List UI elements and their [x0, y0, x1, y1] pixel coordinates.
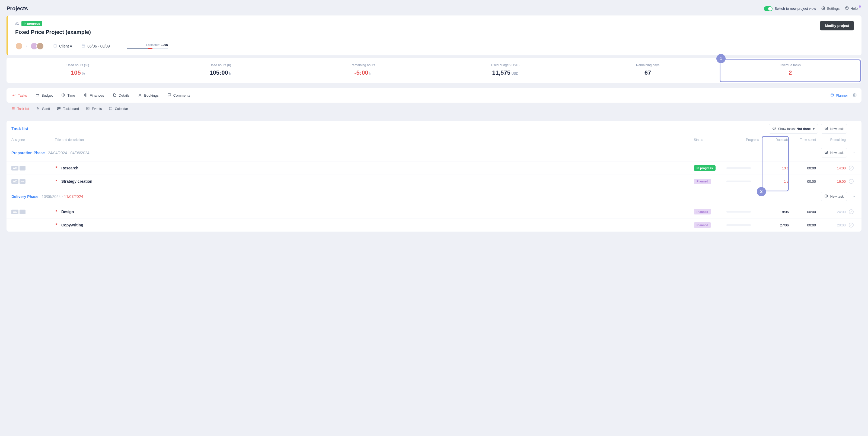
- stat-item: Used budget (USD) 11,575USD: [434, 58, 577, 83]
- events-icon: [86, 107, 90, 111]
- stat-item: Overdue tasks 2 1: [719, 58, 862, 83]
- estimated-hours: Estimated: 100h: [127, 43, 168, 49]
- chevron-down-icon: ▾: [813, 127, 814, 131]
- svg-rect-26: [59, 107, 59, 109]
- phase-row[interactable]: Preparation Phase 24/04/2024 - 04/06/202…: [6, 144, 862, 161]
- tab-finances[interactable]: Finances: [83, 88, 105, 103]
- svg-rect-30: [109, 107, 112, 110]
- progress-bar: [726, 180, 759, 182]
- svg-rect-12: [36, 94, 39, 96]
- flag-icon: [55, 223, 59, 228]
- modify-project-button[interactable]: Modify project: [820, 21, 854, 30]
- phase-row[interactable]: Delivery Phase 10/06/2024 - 11/07/2024 N…: [6, 188, 862, 205]
- subtab-calendar[interactable]: Calendar: [109, 107, 128, 111]
- stat-item: Used hours (%) 105%: [6, 58, 149, 83]
- planner-link[interactable]: Planner: [830, 93, 848, 98]
- stats-row: Used hours (%) 105% Used hours (h) 105:0…: [6, 58, 862, 83]
- main-tabs: Tasks Budget Time Finances Details Booki…: [6, 88, 862, 103]
- sub-tabs: Task list Gantt Task board Events Calend…: [6, 103, 862, 115]
- assignee-cell[interactable]: AC ⋯: [11, 210, 55, 214]
- tab-tasks[interactable]: Tasks: [11, 88, 27, 103]
- money-icon: [84, 93, 88, 98]
- page-title: Projects: [6, 5, 28, 12]
- gear-icon: [822, 6, 825, 11]
- callout-number: 2: [757, 187, 766, 196]
- project-header-card: #1 In progress Fixed Price Project (exam…: [6, 16, 862, 55]
- mark-done-button[interactable]: ✓: [846, 209, 857, 214]
- settings-link[interactable]: Settings: [822, 6, 839, 11]
- mark-done-button[interactable]: ✓: [846, 223, 857, 228]
- topbar: Projects Switch to new project view Sett…: [6, 3, 862, 16]
- tab-comments[interactable]: Comments: [167, 88, 191, 103]
- building-icon: [53, 44, 57, 49]
- more-assignees-icon: ⋯: [20, 179, 26, 184]
- task-row[interactable]: AC ⋯ Research In progress 13 d 00:00 14:…: [6, 161, 862, 175]
- list-icon: [11, 107, 15, 111]
- more-button[interactable]: ⋯: [850, 149, 857, 156]
- toggle-on-icon: [764, 6, 773, 11]
- more-button[interactable]: ⋯: [850, 193, 857, 200]
- stat-item: Remaining days 67: [577, 58, 719, 83]
- svg-rect-3: [54, 44, 56, 47]
- stat-item: Remaining hours -5:00h: [291, 58, 434, 83]
- mark-done-button[interactable]: ✓: [846, 166, 857, 171]
- gantt-icon: [36, 107, 40, 111]
- help-link[interactable]: Help: [845, 6, 862, 11]
- avatar: [15, 42, 23, 50]
- subtab-events[interactable]: Events: [86, 107, 102, 111]
- progress-bar: [726, 224, 759, 226]
- tab-bookings[interactable]: Bookings: [137, 88, 159, 103]
- more-assignees-icon: ⋯: [20, 166, 26, 171]
- flag-icon: [55, 210, 59, 214]
- planner-icon: [830, 93, 834, 98]
- plus-icon: [824, 150, 828, 155]
- project-title: Fixed Price Project (example): [15, 29, 91, 35]
- new-task-button[interactable]: New task: [821, 148, 847, 157]
- stat-item: Used hours (h) 105:00h: [149, 58, 291, 83]
- svg-point-18: [854, 94, 855, 95]
- tab-time[interactable]: Time: [61, 88, 75, 103]
- task-list-panel: Task list Show tasks: Not done ▾ New tas…: [6, 121, 862, 232]
- more-button[interactable]: ⋯: [850, 125, 857, 133]
- project-dates[interactable]: 06/06 - 08/09: [82, 44, 110, 49]
- filter-tasks-dropdown[interactable]: Show tasks: Not done ▾: [769, 124, 818, 134]
- check-icon: [12, 93, 16, 98]
- more-assignees-icon: ⋯: [20, 210, 26, 214]
- client-name[interactable]: Client A: [53, 44, 72, 49]
- tab-details[interactable]: Details: [112, 88, 130, 103]
- calendar-icon: [82, 44, 85, 49]
- svg-point-0: [823, 8, 824, 9]
- subtab-task-list[interactable]: Task list: [11, 107, 29, 111]
- subtab-task-board[interactable]: Task board: [57, 107, 79, 111]
- project-id: #1: [15, 22, 19, 26]
- svg-rect-27: [60, 107, 60, 109]
- task-row[interactable]: AC ⋯ Strategy creation Planned 1 d 00:00…: [6, 175, 862, 188]
- svg-point-29: [88, 108, 88, 109]
- progress-bar: [726, 211, 759, 212]
- tab-settings-button[interactable]: [853, 93, 857, 98]
- assignee-cell[interactable]: AC ⋯: [11, 166, 55, 171]
- chevron-right-icon: ›: [26, 44, 27, 48]
- svg-rect-8: [82, 45, 85, 47]
- mark-done-button[interactable]: ✓: [846, 179, 857, 184]
- assignee-cell[interactable]: AC ⋯: [11, 179, 55, 184]
- switch-view-toggle[interactable]: Switch to new project view: [764, 6, 816, 11]
- svg-line-33: [773, 127, 775, 129]
- user-icon: [138, 93, 142, 98]
- tab-budget[interactable]: Budget: [35, 88, 53, 103]
- task-row[interactable]: AC ⋯ Design Planned 18/06 00:00 24:00 ✓: [6, 205, 862, 218]
- flag-icon: [55, 166, 59, 171]
- new-task-button[interactable]: New task: [821, 124, 847, 134]
- comment-icon: [167, 93, 171, 98]
- plus-icon: [824, 194, 828, 199]
- subtab-gantt[interactable]: Gantt: [36, 107, 50, 111]
- new-task-button[interactable]: New task: [821, 192, 847, 201]
- project-members[interactable]: ›: [15, 42, 44, 50]
- progress-bar: [127, 48, 168, 49]
- wallet-icon: [35, 93, 39, 98]
- task-row[interactable]: Copywriting Planned 27/06 00:00 20:00 ✓: [6, 218, 862, 232]
- file-icon: [113, 93, 117, 98]
- status-badge: In progress: [22, 21, 42, 26]
- slash-circle-icon: [772, 126, 776, 131]
- progress-bar: [726, 167, 759, 169]
